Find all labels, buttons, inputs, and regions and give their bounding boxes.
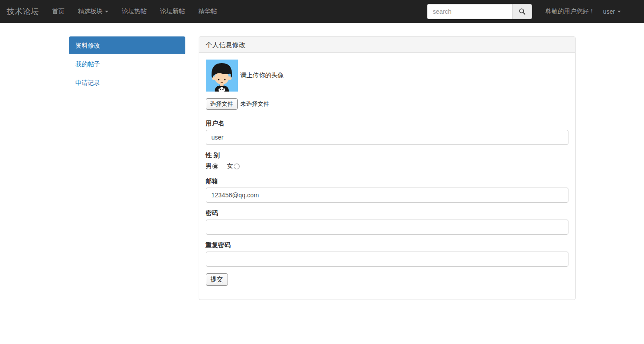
nav-item-label: 论坛新帖 (160, 8, 185, 16)
chevron-down-icon (617, 11, 621, 12)
nav-item-label: 首页 (52, 8, 64, 16)
gender-option-label: 女 (227, 162, 233, 170)
submit-button[interactable]: 提交 (206, 273, 228, 286)
gender-radio-female[interactable] (234, 164, 240, 169)
search-form (427, 4, 532, 19)
password-repeat-field[interactable] (206, 252, 568, 267)
brand-link[interactable]: 技术论坛 (0, 6, 45, 17)
username-group: 用户名 (206, 120, 568, 145)
username-label: 用户名 (206, 120, 568, 128)
email-field[interactable] (206, 188, 568, 203)
sidebar-item-label[interactable]: 资料修改 (69, 36, 185, 54)
chevron-down-icon (105, 11, 108, 12)
file-status-text: 未选择文件 (240, 100, 269, 108)
user-menu[interactable]: user (603, 8, 621, 15)
sidebar-item-label[interactable]: 申请记录 (69, 74, 185, 92)
gender-radio-male[interactable] (212, 164, 218, 169)
search-button[interactable] (512, 4, 532, 19)
panel-title: 个人信息修改 (199, 37, 575, 53)
email-group: 邮箱 (206, 177, 568, 203)
nav-item-home[interactable]: 首页 (45, 0, 71, 23)
nav-item-new-posts[interactable]: 论坛新帖 (153, 0, 192, 23)
sidebar: 资料修改 我的帖子 申请记录 (62, 36, 192, 92)
gender-option-female: 女 (227, 162, 240, 170)
password-repeat-label: 重复密码 (206, 241, 568, 249)
gender-group: 性 别 男 女 (206, 152, 568, 171)
page-container: 资料修改 我的帖子 申请记录 个人信息修改 (62, 23, 582, 300)
password-repeat-group: 重复密码 (206, 241, 568, 267)
sidebar-item-my-posts[interactable]: 我的帖子 (69, 55, 185, 73)
gender-option-label: 男 (206, 162, 212, 170)
password-group: 密码 (206, 209, 568, 235)
user-menu-label: user (603, 8, 615, 15)
top-navbar: 技术论坛 首页 精选板块 论坛热帖 论坛新帖 精华帖 尊敬的用户您好！ user (0, 0, 644, 23)
gender-options: 男 女 (206, 162, 568, 171)
sidebar-item-label[interactable]: 我的帖子 (69, 55, 185, 73)
sidebar-item-profile-edit[interactable]: 资料修改 (69, 36, 185, 54)
choose-file-button[interactable]: 选择文件 (206, 98, 238, 110)
sidebar-nav: 资料修改 我的帖子 申请记录 (69, 36, 185, 92)
greeting-text: 尊敬的用户您好！ (545, 8, 595, 16)
username-field[interactable] (206, 130, 568, 145)
main-column: 个人信息修改 (192, 36, 582, 300)
profile-panel: 个人信息修改 (199, 36, 576, 300)
email-label: 邮箱 (206, 177, 568, 185)
nav-item-label: 精选板块 (78, 8, 103, 16)
panel-body: 请上传你的头像 选择文件 未选择文件 用户名 性 别 (199, 53, 575, 300)
gender-option-male: 男 (206, 162, 218, 170)
gender-label: 性 别 (206, 152, 568, 160)
search-icon (519, 8, 526, 15)
main-nav: 首页 精选板块 论坛热帖 论坛新帖 精华帖 (45, 0, 224, 23)
avatar (206, 60, 238, 92)
avatar-row: 请上传你的头像 (206, 60, 568, 92)
avatar-file-input: 选择文件 未选择文件 (206, 98, 568, 110)
nav-item-label: 精华帖 (198, 8, 217, 16)
nav-item-hot-posts[interactable]: 论坛热帖 (115, 0, 153, 23)
avatar-image (206, 60, 238, 92)
search-input[interactable] (427, 4, 512, 19)
nav-item-essence-posts[interactable]: 精华帖 (192, 0, 224, 23)
avatar-caption: 请上传你的头像 (240, 72, 284, 80)
password-label: 密码 (206, 209, 568, 217)
sidebar-item-application-records[interactable]: 申请记录 (69, 74, 185, 92)
password-field[interactable] (206, 220, 568, 235)
nav-item-featured-boards[interactable]: 精选板块 (71, 0, 115, 23)
nav-item-label: 论坛热帖 (122, 8, 147, 16)
